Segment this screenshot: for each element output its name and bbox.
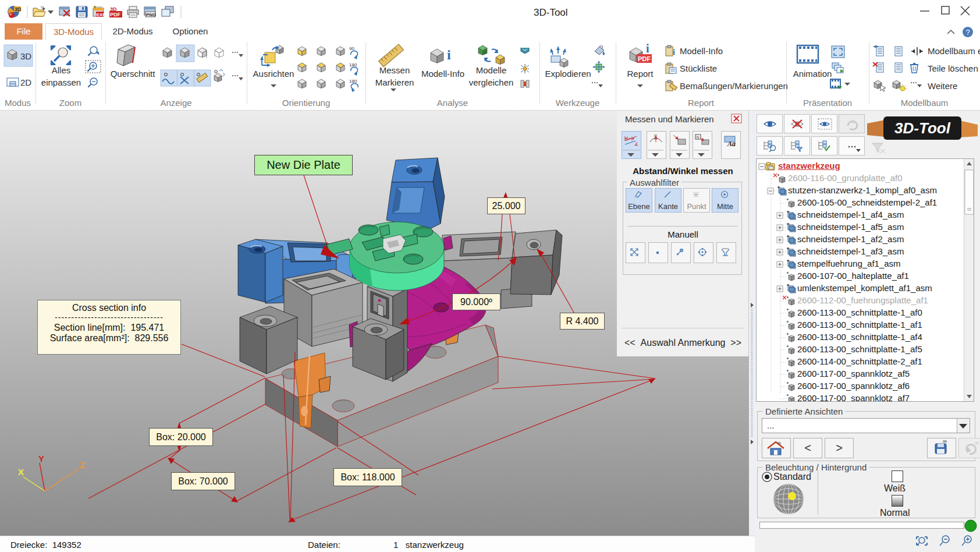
svg-text:N: N: [697, 135, 700, 139]
svg-text:PNG: PNG: [146, 12, 156, 17]
svg-text:Aa: Aa: [727, 140, 736, 148]
svg-text:R: R: [654, 134, 657, 138]
svg-text:PDF: PDF: [638, 55, 651, 62]
svg-text:∞: ∞: [975, 440, 979, 446]
svg-text:?: ?: [965, 28, 970, 37]
svg-text:3D: 3D: [20, 51, 31, 61]
svg-text:∡: ∡: [634, 141, 638, 147]
svg-text:Y: Y: [38, 454, 44, 463]
svg-text:i: i: [673, 48, 675, 56]
svg-text:i: i: [646, 42, 649, 55]
svg-text:EXE: EXE: [97, 12, 106, 17]
svg-text:180: 180: [349, 79, 357, 84]
svg-text:PDF: PDF: [110, 12, 121, 17]
svg-text:3D-Tool: 3D-Tool: [894, 119, 951, 137]
svg-text:∞: ∞: [777, 440, 781, 446]
svg-text:3D: 3D: [15, 6, 22, 12]
svg-text:X: X: [18, 467, 24, 477]
svg-text:i: i: [447, 47, 451, 62]
svg-text:2D: 2D: [20, 77, 31, 87]
svg-text:Z: Z: [80, 460, 85, 470]
svg-text:5: 5: [852, 119, 855, 125]
svg-text:180: 180: [349, 62, 357, 68]
svg-text:∞: ∞: [943, 438, 947, 444]
